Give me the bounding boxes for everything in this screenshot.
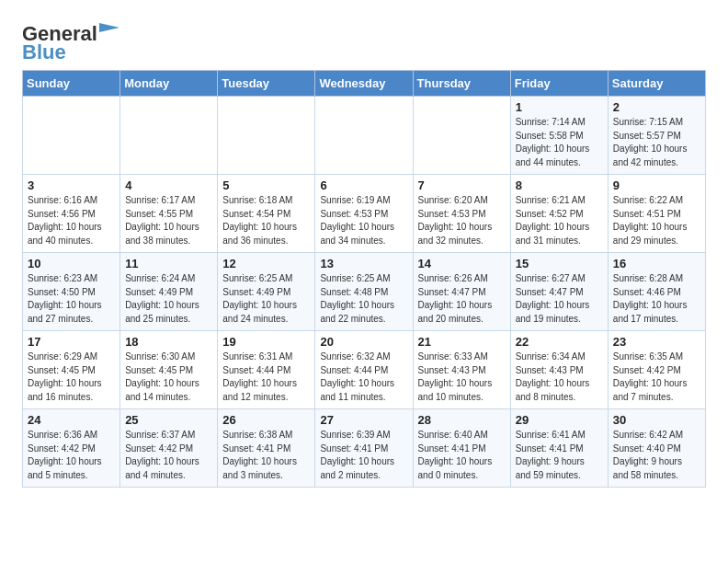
day-cell: [413, 97, 510, 175]
day-info: Sunrise: 6:36 AM Sunset: 4:42 PM Dayligh…: [28, 429, 115, 482]
day-cell: 4Sunrise: 6:17 AM Sunset: 4:55 PM Daylig…: [120, 175, 218, 253]
week-row-2: 3Sunrise: 6:16 AM Sunset: 4:56 PM Daylig…: [23, 175, 706, 253]
day-info: Sunrise: 6:25 AM Sunset: 4:48 PM Dayligh…: [320, 272, 407, 326]
day-number: 4: [125, 178, 212, 192]
day-cell: 23Sunrise: 6:35 AM Sunset: 4:42 PM Dayli…: [608, 331, 705, 409]
day-number: 20: [320, 335, 407, 349]
day-number: 11: [125, 257, 212, 270]
header-thursday: Thursday: [413, 71, 510, 97]
header-wednesday: Wednesday: [315, 71, 413, 97]
header-tuesday: Tuesday: [218, 71, 315, 97]
day-number: 8: [516, 178, 603, 192]
day-cell: 24Sunrise: 6:36 AM Sunset: 4:42 PM Dayli…: [23, 409, 120, 488]
header-saturday: Saturday: [608, 71, 705, 97]
week-row-4: 17Sunrise: 6:29 AM Sunset: 4:45 PM Dayli…: [23, 331, 706, 409]
day-number: 30: [613, 413, 700, 427]
day-info: Sunrise: 6:17 AM Sunset: 4:55 PM Dayligh…: [125, 194, 212, 247]
day-info: Sunrise: 6:37 AM Sunset: 4:42 PM Dayligh…: [125, 429, 212, 482]
day-info: Sunrise: 6:28 AM Sunset: 4:46 PM Dayligh…: [613, 272, 700, 326]
day-info: Sunrise: 6:20 AM Sunset: 4:53 PM Dayligh…: [418, 194, 506, 247]
day-info: Sunrise: 6:39 AM Sunset: 4:41 PM Dayligh…: [320, 429, 407, 482]
day-number: 23: [613, 335, 700, 349]
day-cell: 29Sunrise: 6:41 AM Sunset: 4:41 PM Dayli…: [510, 409, 608, 488]
day-number: 14: [418, 257, 506, 270]
day-info: Sunrise: 6:33 AM Sunset: 4:43 PM Dayligh…: [418, 350, 506, 404]
day-cell: 2Sunrise: 7:15 AM Sunset: 5:57 PM Daylig…: [608, 97, 705, 175]
day-number: 19: [222, 335, 310, 349]
day-cell: 27Sunrise: 6:39 AM Sunset: 4:41 PM Dayli…: [315, 409, 413, 488]
day-info: Sunrise: 6:18 AM Sunset: 4:54 PM Dayligh…: [222, 194, 310, 247]
header-monday: Monday: [120, 71, 218, 97]
day-number: 27: [320, 413, 407, 427]
header-friday: Friday: [510, 71, 608, 97]
day-cell: 19Sunrise: 6:31 AM Sunset: 4:44 PM Dayli…: [218, 331, 315, 409]
day-info: Sunrise: 6:30 AM Sunset: 4:45 PM Dayligh…: [125, 350, 212, 404]
day-cell: 22Sunrise: 6:34 AM Sunset: 4:43 PM Dayli…: [510, 331, 608, 409]
day-info: Sunrise: 6:34 AM Sunset: 4:43 PM Dayligh…: [516, 350, 603, 404]
day-info: Sunrise: 6:25 AM Sunset: 4:49 PM Dayligh…: [222, 272, 310, 326]
day-cell: 12Sunrise: 6:25 AM Sunset: 4:49 PM Dayli…: [218, 253, 315, 331]
day-info: Sunrise: 7:14 AM Sunset: 5:58 PM Dayligh…: [516, 116, 603, 169]
day-info: Sunrise: 6:41 AM Sunset: 4:41 PM Dayligh…: [516, 429, 603, 482]
day-info: Sunrise: 6:42 AM Sunset: 4:40 PM Dayligh…: [613, 429, 700, 482]
day-info: Sunrise: 6:26 AM Sunset: 4:47 PM Dayligh…: [418, 272, 506, 326]
day-info: Sunrise: 6:32 AM Sunset: 4:44 PM Dayligh…: [320, 350, 407, 404]
day-cell: [120, 97, 218, 175]
day-cell: 1Sunrise: 7:14 AM Sunset: 5:58 PM Daylig…: [510, 97, 608, 175]
day-cell: 11Sunrise: 6:24 AM Sunset: 4:49 PM Dayli…: [120, 253, 218, 331]
day-cell: 13Sunrise: 6:25 AM Sunset: 4:48 PM Dayli…: [315, 253, 413, 331]
day-info: Sunrise: 6:24 AM Sunset: 4:49 PM Dayligh…: [125, 272, 212, 326]
day-number: 22: [516, 335, 603, 349]
day-cell: 3Sunrise: 6:16 AM Sunset: 4:56 PM Daylig…: [23, 175, 120, 253]
day-number: 24: [28, 413, 115, 427]
logo: General Blue: [22, 22, 119, 64]
day-info: Sunrise: 6:19 AM Sunset: 4:53 PM Dayligh…: [320, 194, 407, 247]
day-cell: 15Sunrise: 6:27 AM Sunset: 4:47 PM Dayli…: [510, 253, 608, 331]
day-cell: 9Sunrise: 6:22 AM Sunset: 4:51 PM Daylig…: [608, 175, 705, 253]
day-number: 5: [222, 178, 310, 192]
page-header: General Blue: [22, 18, 706, 64]
day-cell: 8Sunrise: 6:21 AM Sunset: 4:52 PM Daylig…: [510, 175, 608, 253]
logo-flag-icon: [99, 23, 119, 38]
day-number: 28: [418, 413, 506, 427]
day-number: 13: [320, 257, 407, 270]
week-row-1: 1Sunrise: 7:14 AM Sunset: 5:58 PM Daylig…: [23, 97, 706, 175]
svg-marker-0: [99, 23, 119, 32]
day-number: 9: [613, 178, 700, 192]
day-info: Sunrise: 6:27 AM Sunset: 4:47 PM Dayligh…: [516, 272, 603, 326]
day-cell: 14Sunrise: 6:26 AM Sunset: 4:47 PM Dayli…: [413, 253, 510, 331]
day-number: 21: [418, 335, 506, 349]
calendar-table: SundayMondayTuesdayWednesdayThursdayFrid…: [22, 70, 706, 488]
day-number: 16: [613, 257, 700, 270]
day-number: 17: [28, 335, 115, 349]
day-cell: [315, 97, 413, 175]
day-cell: 30Sunrise: 6:42 AM Sunset: 4:40 PM Dayli…: [608, 409, 705, 488]
header-sunday: Sunday: [23, 71, 120, 97]
week-row-5: 24Sunrise: 6:36 AM Sunset: 4:42 PM Dayli…: [23, 409, 706, 488]
day-info: Sunrise: 6:31 AM Sunset: 4:44 PM Dayligh…: [222, 350, 310, 404]
day-cell: [218, 97, 315, 175]
day-number: 18: [125, 335, 212, 349]
day-info: Sunrise: 6:29 AM Sunset: 4:45 PM Dayligh…: [28, 350, 115, 404]
day-number: 2: [613, 100, 700, 114]
day-cell: 21Sunrise: 6:33 AM Sunset: 4:43 PM Dayli…: [413, 331, 510, 409]
day-number: 10: [28, 257, 115, 270]
calendar-header-row: SundayMondayTuesdayWednesdayThursdayFrid…: [23, 71, 706, 97]
day-number: 3: [28, 178, 115, 192]
day-cell: 10Sunrise: 6:23 AM Sunset: 4:50 PM Dayli…: [23, 253, 120, 331]
day-info: Sunrise: 6:40 AM Sunset: 4:41 PM Dayligh…: [418, 429, 506, 482]
day-cell: 16Sunrise: 6:28 AM Sunset: 4:46 PM Dayli…: [608, 253, 705, 331]
day-info: Sunrise: 6:21 AM Sunset: 4:52 PM Dayligh…: [516, 194, 603, 247]
day-number: 29: [516, 413, 603, 427]
day-cell: 7Sunrise: 6:20 AM Sunset: 4:53 PM Daylig…: [413, 175, 510, 253]
day-number: 12: [222, 257, 310, 270]
day-cell: 6Sunrise: 6:19 AM Sunset: 4:53 PM Daylig…: [315, 175, 413, 253]
day-number: 15: [516, 257, 603, 270]
day-cell: 17Sunrise: 6:29 AM Sunset: 4:45 PM Dayli…: [23, 331, 120, 409]
day-info: Sunrise: 6:22 AM Sunset: 4:51 PM Dayligh…: [613, 194, 700, 247]
day-cell: 25Sunrise: 6:37 AM Sunset: 4:42 PM Dayli…: [120, 409, 218, 488]
day-number: 1: [516, 100, 603, 114]
day-number: 25: [125, 413, 212, 427]
day-cell: 20Sunrise: 6:32 AM Sunset: 4:44 PM Dayli…: [315, 331, 413, 409]
day-cell: 5Sunrise: 6:18 AM Sunset: 4:54 PM Daylig…: [218, 175, 315, 253]
